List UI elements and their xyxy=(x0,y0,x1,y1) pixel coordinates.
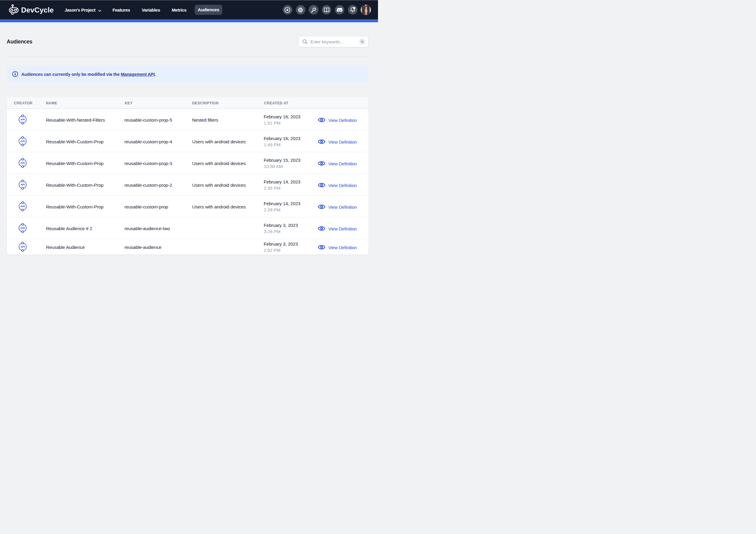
svg-text:API: API xyxy=(20,205,25,208)
svg-text:API: API xyxy=(20,140,25,143)
svg-text:API: API xyxy=(20,227,25,230)
svg-text:API: API xyxy=(20,245,25,248)
svg-text:API: API xyxy=(20,162,25,165)
svg-text:API: API xyxy=(20,184,25,187)
svg-text:API: API xyxy=(20,118,25,121)
